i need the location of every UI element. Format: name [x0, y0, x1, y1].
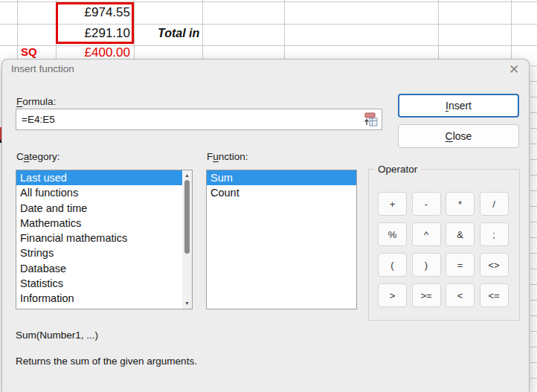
operator-greater-button[interactable]: > [378, 283, 407, 307]
scroll-down-icon[interactable]: ▼ [182, 299, 192, 308]
category-item[interactable]: Financial mathematics [16, 231, 192, 245]
formula-value[interactable]: =E4:E5 [22, 109, 55, 129]
category-item[interactable]: Database [16, 261, 192, 276]
close-button[interactable]: Close [398, 124, 519, 148]
operator-not-equal-button[interactable]: <> [480, 253, 509, 277]
formula-label: Formula: [16, 96, 56, 107]
operator-percent-button[interactable]: % [378, 222, 407, 246]
category-item[interactable]: Statistics [16, 276, 192, 291]
screen: £974.55 £291.10 Total in SQ £400.00 Inse… [0, 0, 537, 392]
grid-vline [438, 0, 439, 60]
category-item[interactable]: All functions [16, 185, 192, 200]
operator-group-label: Operator [375, 164, 420, 175]
operator-divide-button[interactable]: / [480, 192, 509, 216]
operator-concat-button[interactable]: & [446, 222, 475, 246]
function-item[interactable]: Sum [207, 170, 356, 185]
function-item[interactable]: Count [207, 185, 356, 200]
operator-plus-button[interactable]: + [378, 192, 407, 216]
insert-function-dialog: Insert function ✕ Formula: =E4:E5 Insert… [1, 59, 530, 392]
operator-power-button[interactable]: ^ [412, 222, 441, 246]
function-label: Function: [207, 151, 248, 162]
category-item[interactable]: Mathematics [16, 216, 192, 231]
close-icon[interactable]: ✕ [502, 60, 526, 80]
category-item[interactable]: Date and time [16, 201, 192, 216]
cell-400[interactable]: £400.00 [58, 45, 130, 60]
category-scrollbar[interactable]: ▲ ▼ [182, 170, 192, 309]
highlighted-range-border [56, 2, 134, 44]
function-signature: Sum(Number1, ...) [16, 330, 98, 341]
grid-vline [134, 0, 135, 60]
operator-less-equal-button[interactable]: <= [480, 283, 509, 307]
shrink-icon[interactable] [362, 112, 379, 127]
operator-less-button[interactable]: < [446, 283, 475, 307]
grid-vline [511, 0, 512, 60]
cell-sq[interactable]: SQ [21, 45, 37, 58]
category-item[interactable]: Information [16, 291, 192, 306]
grid-vline [17, 0, 18, 60]
operator-semicolon-button[interactable]: ; [480, 222, 509, 246]
grid-right-strip [530, 60, 537, 392]
insert-button[interactable]: Insert [398, 94, 519, 118]
operator-equal-button[interactable]: = [446, 253, 475, 277]
category-item[interactable]: Last used [16, 170, 192, 185]
operator-greater-equal-button[interactable]: >= [412, 283, 441, 307]
operator-multiply-button[interactable]: * [446, 192, 475, 216]
scroll-up-icon[interactable]: ▲ [182, 171, 192, 180]
category-listbox[interactable]: Last used All functions Date and time Ma… [16, 170, 193, 309]
function-listbox[interactable]: Sum Count [206, 170, 357, 309]
category-item[interactable]: Strings [16, 245, 192, 260]
function-description: Returns the sum of the given arguments. [16, 356, 197, 367]
operator-open-paren-button[interactable]: ( [378, 253, 407, 277]
cell-total-label[interactable]: Total in [158, 27, 199, 40]
operator-button-grid: + - * / % ^ & ; ( ) = <> > >= < <= [378, 192, 509, 307]
grid-vline [284, 0, 285, 60]
operator-minus-button[interactable]: - [412, 192, 441, 216]
dialog-title: Insert function [11, 63, 74, 74]
grid-vline [202, 0, 203, 60]
category-label: Category: [16, 151, 60, 162]
formula-input[interactable]: =E4:E5 [16, 109, 382, 130]
scrollbar-thumb[interactable] [184, 180, 190, 254]
operator-close-paren-button[interactable]: ) [412, 253, 441, 277]
